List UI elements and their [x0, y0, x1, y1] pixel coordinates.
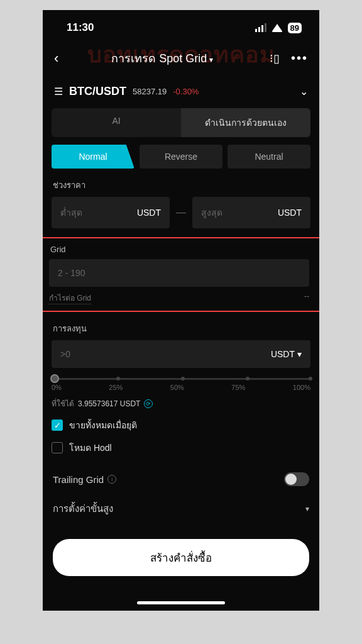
investment-label: การลงทุน — [52, 322, 310, 335]
max-price-input[interactable]: สูงสุด USDT — [192, 197, 310, 228]
trading-pair[interactable]: BTC/USDT — [69, 85, 126, 98]
available-value: 3.95573617 USDT — [78, 399, 140, 408]
status-bar: 11:30 89 — [43, 10, 319, 40]
refresh-icon[interactable]: ⟳ — [144, 399, 153, 408]
expand-chevron-icon[interactable]: ⌄ — [300, 86, 308, 97]
grid-highlight: Grid 2 - 190 กำไรต่อ Grid -- — [43, 237, 319, 312]
trailing-grid-label: Trailing Grid — [53, 474, 104, 485]
hodl-checkbox[interactable] — [52, 442, 63, 453]
profit-per-grid-label[interactable]: กำไรต่อ Grid — [49, 292, 91, 304]
chevron-down-icon: ▾ — [209, 55, 213, 64]
investment-slider[interactable]: 0%25%50%75%100% — [52, 378, 310, 391]
mode-segment: AI ดำเนินการด้วยตนเอง — [52, 108, 310, 137]
tab-neutral[interactable]: Neutral — [228, 145, 310, 169]
status-time: 11:30 — [67, 21, 94, 34]
sell-all-label: ขายทั้งหมดเมื่อยุติ — [69, 418, 137, 432]
price-range-label: ช่วงราคา — [52, 179, 310, 192]
chevron-down-icon[interactable]: ▾ — [297, 349, 302, 359]
pair-price: 58237.19 — [133, 87, 167, 96]
more-icon[interactable]: ••• — [291, 51, 308, 65]
tab-ai[interactable]: AI — [52, 108, 181, 137]
tab-reverse[interactable]: Reverse — [140, 145, 222, 169]
battery-indicator: 89 — [288, 23, 302, 33]
min-price-input[interactable]: ต่ำสุด USDT — [52, 197, 170, 228]
slider-thumb[interactable] — [50, 374, 59, 383]
slider-labels: 0%25%50%75%100% — [52, 384, 310, 391]
trailing-grid-toggle[interactable] — [284, 472, 309, 486]
tab-normal[interactable]: Normal — [52, 145, 134, 169]
tab-manual[interactable]: ดำเนินการด้วยตนเอง — [181, 108, 310, 137]
sell-all-checkbox[interactable]: ✓ — [52, 419, 63, 431]
available-label: ที่ใช้ได้ — [52, 397, 74, 409]
hodl-label: โหมด Hodl — [69, 441, 112, 455]
signal-icon — [255, 23, 266, 32]
range-dash: — — [176, 207, 186, 218]
investment-input[interactable]: >0 USDT ▾ — [52, 340, 310, 368]
chevron-down-icon[interactable]: ▾ — [305, 504, 309, 513]
profit-per-grid-value: -- — [304, 292, 309, 304]
wifi-icon — [272, 24, 283, 32]
home-indicator[interactable] — [137, 601, 225, 604]
grid-count-input[interactable]: 2 - 190 — [49, 259, 309, 287]
menu-icon[interactable]: ☰ — [54, 86, 63, 97]
advanced-settings-label[interactable]: การตั้งค่าขั้นสูง — [53, 501, 113, 516]
guide-icon[interactable]: ⁝▯ — [266, 52, 283, 65]
create-order-button[interactable]: สร้างคำสั่งซื้อ — [53, 539, 309, 576]
back-button[interactable]: ‹ — [54, 50, 58, 67]
pair-change: -0.30% — [173, 87, 199, 96]
type-segment: Normal Reverse Neutral — [52, 145, 310, 169]
grid-label: Grid — [49, 245, 309, 254]
page-title[interactable]: การเทรด Spot Grid▾ — [66, 49, 258, 67]
info-icon[interactable]: i — [107, 475, 116, 484]
